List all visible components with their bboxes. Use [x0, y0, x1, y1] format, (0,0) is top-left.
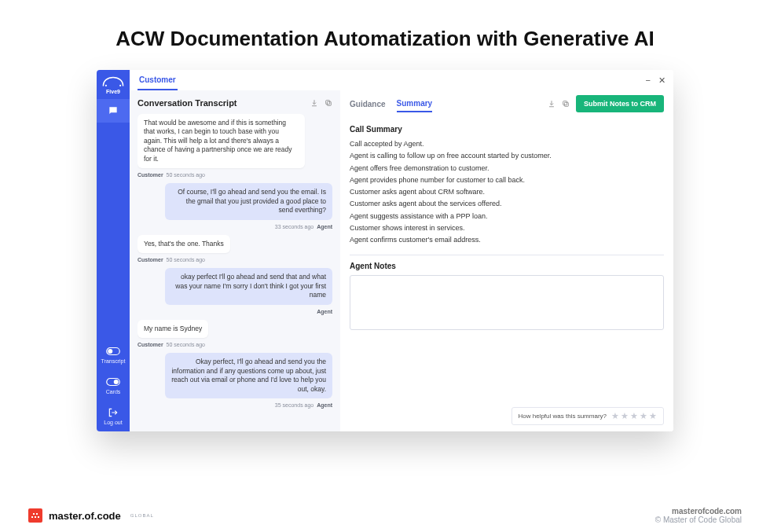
footer-domain: masterofcode.com: [655, 507, 742, 515]
svg-rect-14: [38, 516, 39, 518]
svg-point-3: [108, 349, 112, 354]
summary-line: Customer asks agent about the services o…: [350, 198, 664, 210]
topbar: Customer − ✕: [130, 70, 673, 90]
summary-line: Customer asks agent about CRM software.: [350, 186, 664, 198]
agent-notes-heading: Agent Notes: [350, 262, 664, 270]
svg-rect-13: [35, 516, 36, 518]
page-footer: master.of.code GLOBAL masterofcode.com ©…: [0, 507, 770, 524]
svg-rect-6: [327, 101, 331, 105]
rating-bar: How helpful was this summary? ★ ★ ★ ★ ★: [512, 407, 664, 425]
sidebar-cards[interactable]: Cards: [97, 370, 130, 401]
copy-icon[interactable]: [324, 99, 332, 107]
page-title: ACW Documentation Automatization with Ge…: [0, 0, 770, 70]
sidebar: Five9 Transcript Cards Log out: [97, 70, 130, 431]
message-meta: 33 seconds ago Agent: [138, 224, 332, 229]
message-meta: Customer 50 seconds ago: [138, 172, 332, 178]
summary-panel: Guidance Summary Submit Notes to CRM Cal…: [340, 90, 673, 431]
message-meta: Customer 50 seconds ago: [138, 342, 332, 347]
brand-name: master.of.code: [49, 510, 121, 522]
divider: [350, 255, 664, 255]
summary-line: Customer shows interest in services.: [350, 222, 664, 234]
agent-notes-input[interactable]: [350, 275, 664, 330]
svg-rect-9: [563, 101, 567, 105]
message-meta: 35 seconds ago Agent: [138, 402, 332, 408]
message-customer: My name is Sydney: [138, 320, 208, 338]
five9-logo: Five9: [97, 70, 130, 99]
svg-point-1: [119, 85, 121, 86]
call-summary-heading: Call Summary: [350, 125, 664, 134]
app-window: Five9 Transcript Cards Log out Customer: [97, 70, 673, 431]
svg-rect-8: [564, 102, 568, 106]
transcript-heading: Conversation Transcript: [138, 98, 237, 108]
message-customer: That would be awesome and if this is som…: [138, 114, 305, 168]
svg-point-5: [114, 380, 119, 384]
svg-rect-10: [33, 513, 35, 515]
download-icon[interactable]: [548, 100, 556, 108]
svg-rect-12: [31, 516, 33, 518]
star-icon[interactable]: ★: [640, 411, 647, 421]
submit-notes-button[interactable]: Submit Notes to CRM: [576, 95, 664, 112]
rating-question: How helpful was this summary?: [519, 413, 607, 420]
summary-line: Call accepted by Agent.: [350, 138, 664, 150]
star-icon[interactable]: ★: [611, 411, 619, 421]
summary-line: Agent confirms customer's email address.: [350, 234, 664, 246]
sidebar-logout-label: Log out: [104, 420, 122, 425]
message-meta: Agent: [138, 309, 332, 314]
transcript-panel: Conversation Transcript That would be aw…: [130, 90, 340, 431]
star-icon[interactable]: ★: [621, 411, 629, 421]
chat-icon[interactable]: [97, 99, 130, 123]
star-icon[interactable]: ★: [649, 411, 657, 421]
transcript-list: That would be awesome and if this is som…: [138, 114, 332, 424]
brand-sub: GLOBAL: [130, 513, 154, 518]
message-meta: Customer 50 seconds ago: [138, 257, 332, 262]
message-customer: Yes, that's the one. Thanks: [138, 235, 230, 253]
message-agent: Of course, I'll go ahead and send you th…: [165, 183, 332, 219]
tab-guidance[interactable]: Guidance: [350, 97, 386, 112]
svg-rect-7: [326, 101, 330, 105]
sidebar-logout[interactable]: Log out: [97, 401, 130, 431]
summary-line: Agent provides phone number for customer…: [350, 174, 664, 186]
summary-line: Agent is calling to follow up on free ac…: [350, 150, 664, 162]
svg-rect-11: [36, 513, 38, 515]
tab-customer[interactable]: Customer: [138, 71, 178, 90]
logo-text: Five9: [97, 89, 130, 94]
message-agent: Okay perfect, I'll go ahead and send you…: [165, 353, 332, 398]
footer-copyright: © Master of Code Global: [655, 515, 742, 524]
tab-summary[interactable]: Summary: [397, 96, 433, 112]
copy-icon[interactable]: [562, 100, 570, 108]
sidebar-transcript-label: Transcript: [101, 358, 126, 364]
brand-logo-icon: [28, 508, 42, 523]
sidebar-cards-label: Cards: [106, 389, 121, 394]
sidebar-transcript[interactable]: Transcript: [97, 339, 130, 370]
summary-line: Agent offers free demonstration to custo…: [350, 163, 664, 174]
message-agent: okay perfect I'll go ahead and send that…: [165, 268, 332, 304]
minimize-icon[interactable]: −: [646, 75, 651, 86]
summary-line: Agent suggests assistance with a PPP loa…: [350, 211, 664, 222]
close-icon[interactable]: ✕: [658, 75, 666, 86]
svg-point-0: [105, 85, 107, 86]
star-icon[interactable]: ★: [630, 411, 638, 421]
download-icon[interactable]: [310, 99, 318, 107]
